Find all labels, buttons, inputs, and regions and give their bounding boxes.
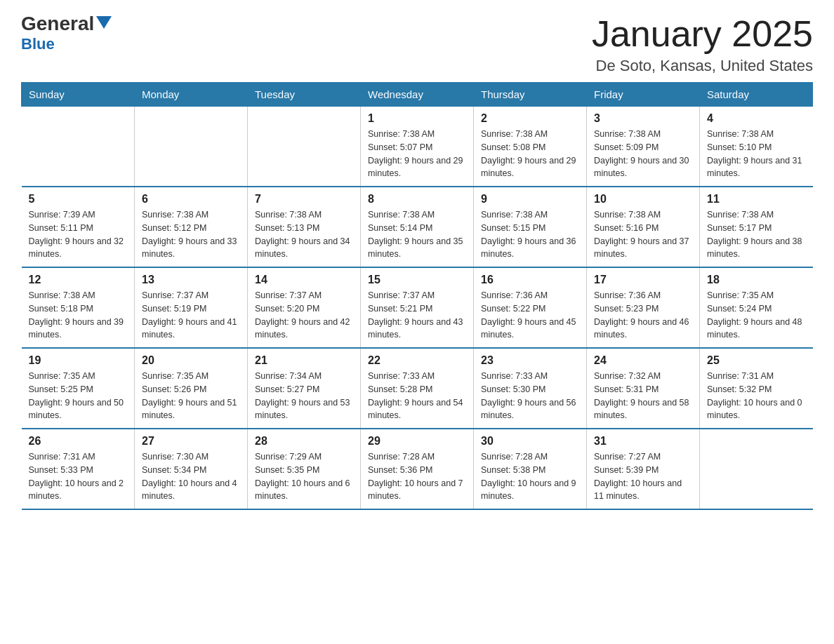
day-info: Sunrise: 7:38 AMSunset: 5:10 PMDaylight:… xyxy=(707,128,806,180)
day-info: Sunrise: 7:38 AMSunset: 5:07 PMDaylight:… xyxy=(368,128,466,180)
header-wednesday: Wednesday xyxy=(361,83,474,107)
day-info: Sunrise: 7:38 AMSunset: 5:13 PMDaylight:… xyxy=(255,208,353,261)
day-info: Sunrise: 7:38 AMSunset: 5:12 PMDaylight:… xyxy=(142,208,240,261)
day-info: Sunrise: 7:38 AMSunset: 5:09 PMDaylight:… xyxy=(594,128,692,180)
calendar-title: January 2025 xyxy=(592,14,813,54)
day-number: 5 xyxy=(29,193,128,206)
day-cell: 14Sunrise: 7:37 AMSunset: 5:20 PMDayligh… xyxy=(248,267,361,348)
svg-marker-0 xyxy=(96,16,112,29)
week-row-3: 12Sunrise: 7:38 AMSunset: 5:18 PMDayligh… xyxy=(22,267,813,348)
week-row-2: 5Sunrise: 7:39 AMSunset: 5:11 PMDaylight… xyxy=(22,187,813,267)
day-number: 16 xyxy=(481,274,579,286)
day-number: 12 xyxy=(29,274,128,286)
day-info: Sunrise: 7:29 AMSunset: 5:35 PMDaylight:… xyxy=(255,450,353,503)
logo-general: General xyxy=(21,14,112,35)
day-info: Sunrise: 7:38 AMSunset: 5:18 PMDaylight:… xyxy=(29,289,128,342)
day-number: 9 xyxy=(481,193,579,206)
week-row-4: 19Sunrise: 7:35 AMSunset: 5:25 PMDayligh… xyxy=(22,348,813,429)
day-cell: 7Sunrise: 7:38 AMSunset: 5:13 PMDaylight… xyxy=(248,187,361,267)
logo-blue: Blue xyxy=(21,36,55,52)
day-info: Sunrise: 7:30 AMSunset: 5:34 PMDaylight:… xyxy=(142,450,240,503)
day-cell: 16Sunrise: 7:36 AMSunset: 5:22 PMDayligh… xyxy=(474,267,587,348)
header-friday: Friday xyxy=(587,83,700,107)
day-info: Sunrise: 7:31 AMSunset: 5:32 PMDaylight:… xyxy=(707,370,806,422)
day-info: Sunrise: 7:38 AMSunset: 5:14 PMDaylight:… xyxy=(368,208,466,261)
day-cell: 1Sunrise: 7:38 AMSunset: 5:07 PMDaylight… xyxy=(361,107,474,187)
day-number: 31 xyxy=(594,435,692,448)
day-info: Sunrise: 7:36 AMSunset: 5:23 PMDaylight:… xyxy=(594,289,692,342)
day-cell: 13Sunrise: 7:37 AMSunset: 5:19 PMDayligh… xyxy=(135,267,248,348)
day-number: 11 xyxy=(707,193,806,206)
logo: General Blue xyxy=(21,14,112,52)
day-info: Sunrise: 7:28 AMSunset: 5:36 PMDaylight:… xyxy=(368,450,466,503)
day-number: 17 xyxy=(594,274,692,286)
calendar-table: SundayMondayTuesdayWednesdayThursdayFrid… xyxy=(21,82,813,510)
header-monday: Monday xyxy=(135,83,248,107)
day-number: 4 xyxy=(707,112,806,125)
day-cell: 30Sunrise: 7:28 AMSunset: 5:38 PMDayligh… xyxy=(474,429,587,509)
day-cell: 28Sunrise: 7:29 AMSunset: 5:35 PMDayligh… xyxy=(248,429,361,509)
day-info: Sunrise: 7:28 AMSunset: 5:38 PMDaylight:… xyxy=(481,450,579,503)
day-cell: 8Sunrise: 7:38 AMSunset: 5:14 PMDaylight… xyxy=(361,187,474,267)
day-number: 19 xyxy=(29,354,128,367)
day-number: 7 xyxy=(255,193,353,206)
day-number: 6 xyxy=(142,193,240,206)
day-number: 25 xyxy=(707,354,806,367)
header-thursday: Thursday xyxy=(474,83,587,107)
day-number: 8 xyxy=(368,193,466,206)
title-block: January 2025 De Soto, Kansas, United Sta… xyxy=(592,14,813,75)
day-number: 18 xyxy=(707,274,806,286)
day-number: 24 xyxy=(594,354,692,367)
day-info: Sunrise: 7:37 AMSunset: 5:19 PMDaylight:… xyxy=(142,289,240,342)
day-cell: 23Sunrise: 7:33 AMSunset: 5:30 PMDayligh… xyxy=(474,348,587,429)
day-cell: 12Sunrise: 7:38 AMSunset: 5:18 PMDayligh… xyxy=(22,267,135,348)
calendar-subtitle: De Soto, Kansas, United States xyxy=(592,57,813,75)
day-cell: 4Sunrise: 7:38 AMSunset: 5:10 PMDaylight… xyxy=(700,107,813,187)
day-info: Sunrise: 7:36 AMSunset: 5:22 PMDaylight:… xyxy=(481,289,579,342)
day-cell xyxy=(135,107,248,187)
day-cell: 2Sunrise: 7:38 AMSunset: 5:08 PMDaylight… xyxy=(474,107,587,187)
header-tuesday: Tuesday xyxy=(248,83,361,107)
day-cell: 15Sunrise: 7:37 AMSunset: 5:21 PMDayligh… xyxy=(361,267,474,348)
day-number: 10 xyxy=(594,193,692,206)
week-row-1: 1Sunrise: 7:38 AMSunset: 5:07 PMDaylight… xyxy=(22,107,813,187)
day-cell: 31Sunrise: 7:27 AMSunset: 5:39 PMDayligh… xyxy=(587,429,700,509)
day-info: Sunrise: 7:34 AMSunset: 5:27 PMDaylight:… xyxy=(255,370,353,422)
day-cell: 18Sunrise: 7:35 AMSunset: 5:24 PMDayligh… xyxy=(700,267,813,348)
day-cell: 21Sunrise: 7:34 AMSunset: 5:27 PMDayligh… xyxy=(248,348,361,429)
day-number: 23 xyxy=(481,354,579,367)
day-cell: 26Sunrise: 7:31 AMSunset: 5:33 PMDayligh… xyxy=(22,429,135,509)
day-cell xyxy=(248,107,361,187)
day-cell: 22Sunrise: 7:33 AMSunset: 5:28 PMDayligh… xyxy=(361,348,474,429)
day-cell: 10Sunrise: 7:38 AMSunset: 5:16 PMDayligh… xyxy=(587,187,700,267)
day-info: Sunrise: 7:31 AMSunset: 5:33 PMDaylight:… xyxy=(29,450,128,503)
day-number: 28 xyxy=(255,435,353,448)
calendar-header-row: SundayMondayTuesdayWednesdayThursdayFrid… xyxy=(22,83,813,107)
day-number: 27 xyxy=(142,435,240,448)
day-info: Sunrise: 7:27 AMSunset: 5:39 PMDaylight:… xyxy=(594,450,692,503)
day-info: Sunrise: 7:38 AMSunset: 5:17 PMDaylight:… xyxy=(707,208,806,261)
day-info: Sunrise: 7:35 AMSunset: 5:25 PMDaylight:… xyxy=(29,370,128,422)
header-saturday: Saturday xyxy=(700,83,813,107)
day-cell: 29Sunrise: 7:28 AMSunset: 5:36 PMDayligh… xyxy=(361,429,474,509)
logo-arrow-icon xyxy=(96,16,112,32)
day-cell: 3Sunrise: 7:38 AMSunset: 5:09 PMDaylight… xyxy=(587,107,700,187)
day-cell: 17Sunrise: 7:36 AMSunset: 5:23 PMDayligh… xyxy=(587,267,700,348)
day-cell: 11Sunrise: 7:38 AMSunset: 5:17 PMDayligh… xyxy=(700,187,813,267)
day-number: 30 xyxy=(481,435,579,448)
day-info: Sunrise: 7:33 AMSunset: 5:28 PMDaylight:… xyxy=(368,370,466,422)
day-cell xyxy=(22,107,135,187)
day-cell: 6Sunrise: 7:38 AMSunset: 5:12 PMDaylight… xyxy=(135,187,248,267)
day-info: Sunrise: 7:37 AMSunset: 5:21 PMDaylight:… xyxy=(368,289,466,342)
day-number: 2 xyxy=(481,112,579,125)
day-number: 13 xyxy=(142,274,240,286)
day-info: Sunrise: 7:38 AMSunset: 5:15 PMDaylight:… xyxy=(481,208,579,261)
day-number: 15 xyxy=(368,274,466,286)
day-cell: 9Sunrise: 7:38 AMSunset: 5:15 PMDaylight… xyxy=(474,187,587,267)
day-cell: 25Sunrise: 7:31 AMSunset: 5:32 PMDayligh… xyxy=(700,348,813,429)
day-cell: 5Sunrise: 7:39 AMSunset: 5:11 PMDaylight… xyxy=(22,187,135,267)
day-cell: 20Sunrise: 7:35 AMSunset: 5:26 PMDayligh… xyxy=(135,348,248,429)
day-cell: 19Sunrise: 7:35 AMSunset: 5:25 PMDayligh… xyxy=(22,348,135,429)
day-info: Sunrise: 7:38 AMSunset: 5:08 PMDaylight:… xyxy=(481,128,579,180)
day-cell: 27Sunrise: 7:30 AMSunset: 5:34 PMDayligh… xyxy=(135,429,248,509)
